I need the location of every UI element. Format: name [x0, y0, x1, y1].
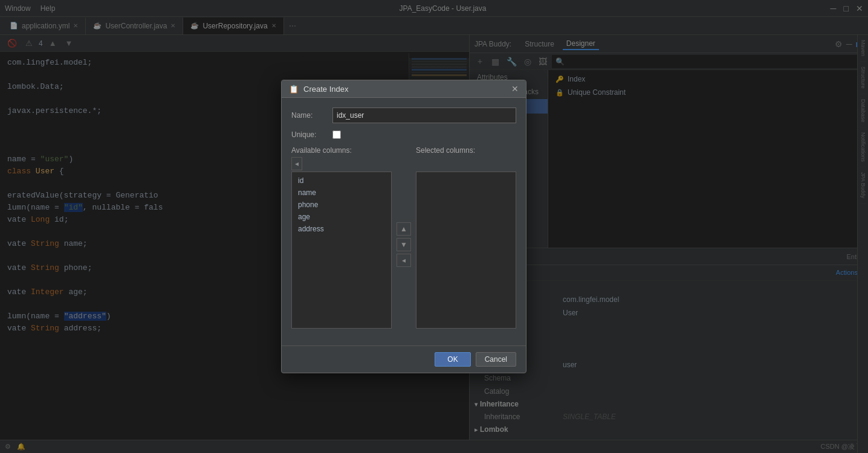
selected-columns-toolbar: [416, 157, 516, 170]
modal-title: Create Index: [303, 85, 507, 94]
move-up-button[interactable]: ▲: [397, 222, 411, 236]
create-index-modal: 📋 Create Index ✕ Name: Unique: Available…: [281, 80, 526, 373]
column-item-id[interactable]: id: [292, 175, 391, 187]
modal-body: Name: Unique: Available columns: ◂ id na…: [282, 98, 526, 345]
modal-icon: 📋: [289, 85, 299, 94]
column-item-phone[interactable]: phone: [292, 199, 391, 211]
modal-unique-label: Unique:: [291, 130, 328, 139]
column-item-name[interactable]: name: [292, 187, 391, 199]
available-col-left-btn[interactable]: ◂: [291, 157, 302, 170]
modal-footer: OK Cancel: [282, 345, 526, 373]
available-columns-list[interactable]: id name phone age address: [291, 172, 392, 329]
modal-name-input[interactable]: [332, 108, 516, 123]
selected-columns-label: Selected columns:: [416, 146, 516, 155]
available-columns-toolbar: ◂: [291, 157, 392, 170]
selected-columns-list[interactable]: [416, 172, 516, 329]
modal-name-label: Name:: [291, 111, 328, 120]
available-columns-box: Available columns: ◂ id name phone age a…: [291, 146, 392, 329]
modal-unique-checkbox[interactable]: [332, 130, 341, 139]
column-item-age[interactable]: age: [292, 211, 391, 223]
cancel-button[interactable]: Cancel: [476, 352, 516, 367]
column-item-address[interactable]: address: [292, 223, 391, 235]
selected-columns-box: Selected columns:: [416, 146, 516, 329]
modal-overlay: 📋 Create Index ✕ Name: Unique: Available…: [0, 0, 868, 453]
ok-button[interactable]: OK: [435, 352, 470, 367]
modal-header: 📋 Create Index ✕: [282, 80, 526, 98]
modal-close-button[interactable]: ✕: [511, 84, 519, 94]
modal-name-row: Name:: [291, 108, 516, 123]
available-columns-label: Available columns:: [291, 146, 392, 155]
move-left-button[interactable]: ◂: [397, 254, 411, 267]
move-down-button[interactable]: ▼: [397, 238, 411, 251]
modal-unique-row: Unique:: [291, 130, 516, 139]
columns-section: Available columns: ◂ id name phone age a…: [291, 146, 516, 329]
